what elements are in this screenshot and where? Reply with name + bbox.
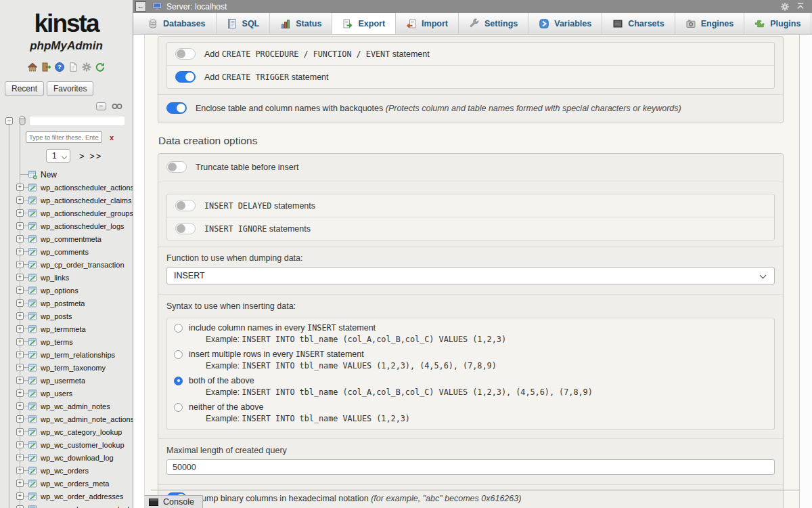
settings-icon[interactable] xyxy=(81,62,92,72)
table-name[interactable]: wp_wc_download_log xyxy=(41,454,114,462)
toggle-switch[interactable] xyxy=(166,102,187,114)
help-icon[interactable]: ? xyxy=(54,62,65,72)
expand-icon[interactable]: + xyxy=(16,441,24,448)
tab-variables[interactable]: Variables xyxy=(528,13,602,34)
expand-icon[interactable]: + xyxy=(16,428,24,436)
back-button[interactable]: ← xyxy=(135,1,146,12)
table-name[interactable]: wp_postmeta xyxy=(41,299,85,308)
table-name[interactable]: wp_posts xyxy=(41,312,72,320)
table-row[interactable]: +wp_posts xyxy=(0,310,133,322)
table-name[interactable]: wp_usermeta xyxy=(41,377,85,385)
radio-button[interactable] xyxy=(174,324,183,333)
table-row[interactable]: +wp_actionscheduler_groups xyxy=(0,207,133,219)
table-row[interactable]: +wp_comments xyxy=(0,245,133,258)
expand-icon[interactable]: + xyxy=(16,261,24,268)
home-icon[interactable] xyxy=(27,62,38,72)
option-row[interactable]: Truncate table before insert xyxy=(158,155,783,179)
tab-import[interactable]: Import xyxy=(396,13,459,34)
table-row[interactable]: +wp_wc_order_addresses xyxy=(0,490,133,503)
table-row[interactable]: +wp_options xyxy=(0,284,133,297)
table-name[interactable]: wp_terms xyxy=(41,338,73,346)
table-name[interactable]: wp_actionscheduler_groups xyxy=(41,209,133,217)
tab-status[interactable]: Status xyxy=(270,13,332,34)
toggle-switch[interactable] xyxy=(175,200,196,211)
expand-icon[interactable]: + xyxy=(16,480,24,487)
syntax-option[interactable]: insert multiple rows in every INSERT sta… xyxy=(167,347,774,374)
table-row[interactable]: +wp_terms xyxy=(0,335,133,348)
table-name[interactable]: wp_actionscheduler_claims xyxy=(41,196,132,205)
table-name[interactable]: wp_links xyxy=(41,274,69,282)
expand-icon[interactable]: + xyxy=(16,389,24,397)
table-name[interactable]: wp_actionscheduler_logs xyxy=(41,222,125,230)
table-row[interactable]: +wp_usermeta xyxy=(0,374,133,387)
console-tab[interactable]: Console xyxy=(144,495,203,508)
collapse-all-icon[interactable]: − xyxy=(96,102,106,110)
recent-button[interactable]: Recent xyxy=(5,81,44,96)
table-row[interactable]: +wp_actionscheduler_actions xyxy=(0,181,133,194)
table-name[interactable]: wp_wc_category_lookup xyxy=(41,428,122,436)
table-name[interactable]: wp_term_taxonomy xyxy=(41,364,106,372)
radio-button[interactable] xyxy=(174,377,183,385)
expand-icon[interactable]: + xyxy=(16,351,24,358)
table-name[interactable]: wp_comments xyxy=(41,248,89,256)
tab-databases[interactable]: Databases xyxy=(137,13,217,34)
vertical-scrollbar[interactable] xyxy=(799,35,812,508)
last-page-link[interactable]: >> xyxy=(89,151,102,161)
favorites-button[interactable]: Favorites xyxy=(47,81,93,96)
tree-filter-input[interactable] xyxy=(26,131,102,143)
table-name[interactable]: wp_term_relationships xyxy=(41,351,115,359)
table-name[interactable]: wp_wc_order_coupon_lookup xyxy=(41,505,133,508)
table-name[interactable]: wp_options xyxy=(41,287,78,295)
syntax-option[interactable]: include column names in every INSERT sta… xyxy=(167,321,774,347)
collapse-top-icon[interactable] xyxy=(796,2,806,12)
expand-icon[interactable]: + xyxy=(16,377,24,384)
tab-export[interactable]: Export xyxy=(332,13,396,34)
filter-clear-button[interactable]: x xyxy=(110,133,114,142)
toggle-switch[interactable] xyxy=(175,48,196,60)
table-row[interactable]: +wp_commentmeta xyxy=(0,232,133,245)
table-name[interactable]: wp_wc_orders_meta xyxy=(41,480,110,488)
radio-button[interactable] xyxy=(174,403,183,412)
expand-icon[interactable]: + xyxy=(16,184,24,191)
table-name[interactable]: wp_wc_customer_lookup xyxy=(41,441,125,449)
expand-icon[interactable]: + xyxy=(16,235,24,242)
toggle-switch[interactable] xyxy=(175,71,196,83)
new-table-item[interactable]: New xyxy=(0,168,133,181)
table-name[interactable]: wp_wc_orders xyxy=(41,467,89,475)
table-name[interactable]: wp_wc_order_addresses xyxy=(41,492,123,501)
page-select[interactable]: 1 xyxy=(46,149,70,163)
option-row[interactable]: Add CREATE TRIGGER statement xyxy=(167,65,774,88)
table-row[interactable]: +wp_termmeta xyxy=(0,322,133,335)
expand-icon[interactable]: + xyxy=(16,402,24,410)
table-row[interactable]: +wp_actionscheduler_claims xyxy=(0,194,133,207)
table-row[interactable]: +wp_wc_category_lookup xyxy=(0,425,133,438)
expand-icon[interactable]: + xyxy=(16,338,24,345)
expand-icon[interactable]: + xyxy=(16,222,24,230)
table-row[interactable]: +wp_wc_orders_meta xyxy=(0,477,133,490)
selected-database-row[interactable] xyxy=(30,117,125,125)
expand-icon[interactable]: + xyxy=(16,505,24,508)
option-row[interactable]: INSERT DELAYED statements xyxy=(167,194,774,217)
tab-settings[interactable]: Settings xyxy=(459,13,528,34)
table-row[interactable]: +wp_cp_order_transaction xyxy=(0,258,133,271)
tab-engines[interactable]: Engines xyxy=(675,13,745,34)
expand-icon[interactable]: + xyxy=(16,196,24,204)
table-row[interactable]: +wp_links xyxy=(0,271,133,284)
table-row[interactable]: +wp_wc_admin_note_actions xyxy=(0,412,133,425)
refresh-icon[interactable] xyxy=(95,62,106,72)
expand-icon[interactable]: + xyxy=(16,248,24,255)
maxlen-input[interactable] xyxy=(166,459,775,475)
table-row[interactable]: +wp_term_taxonomy xyxy=(0,361,133,374)
tab-plugins[interactable]: Plugins xyxy=(744,13,811,34)
table-name[interactable]: wp_wc_admin_note_actions xyxy=(41,415,133,423)
expand-icon[interactable]: + xyxy=(16,325,24,333)
option-row[interactable]: Add CREATE PROCEDURE / FUNCTION / EVENT … xyxy=(167,43,774,65)
table-row[interactable]: +wp_wc_admin_notes xyxy=(0,400,133,412)
table-name[interactable]: wp_cp_order_transaction xyxy=(41,261,125,269)
expand-icon[interactable]: + xyxy=(16,492,24,500)
table-row[interactable]: +wp_wc_order_coupon_lookup xyxy=(0,503,133,508)
function-select[interactable]: INSERT xyxy=(166,267,775,284)
toggle-switch[interactable] xyxy=(175,223,196,234)
table-name[interactable]: wp_actionscheduler_actions xyxy=(41,184,133,192)
tab-sql[interactable]: SQL xyxy=(217,13,271,34)
